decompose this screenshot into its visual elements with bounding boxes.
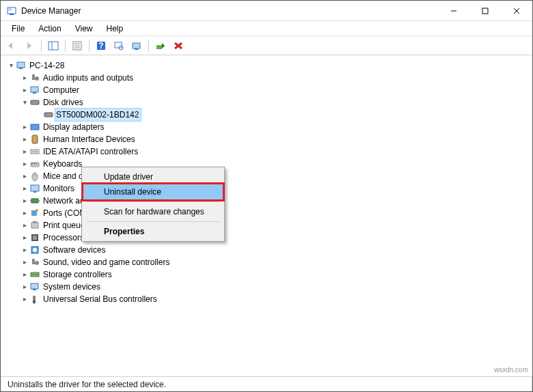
- svg-rect-24: [32, 74, 35, 80]
- tree-item[interactable]: ▸ Audio inputs and outputs: [20, 72, 530, 84]
- svg-rect-26: [31, 87, 38, 92]
- svg-rect-22: [17, 62, 25, 68]
- menu-action[interactable]: Action: [33, 23, 66, 35]
- context-menu: Update driver Uninstall device Scan for …: [81, 167, 225, 242]
- category-icon: [29, 281, 40, 292]
- expand-icon[interactable]: ▸: [20, 294, 29, 304]
- category-icon: [29, 269, 40, 280]
- uninstall-device-button[interactable]: [170, 38, 187, 53]
- toolbar: ?: [1, 36, 532, 55]
- menu-help[interactable]: Help: [101, 23, 129, 35]
- minimize-button[interactable]: [438, 1, 469, 21]
- ctx-scan-hardware[interactable]: Scan for hardware changes: [83, 204, 223, 219]
- expand-icon[interactable]: ▸: [20, 122, 29, 132]
- menu-file[interactable]: File: [6, 23, 30, 35]
- ctx-uninstall-device[interactable]: Uninstall device: [83, 184, 223, 199]
- tree-root[interactable]: ▾ PC-14-28: [6, 59, 530, 72]
- tree-item-label[interactable]: Computer: [42, 84, 81, 96]
- expand-icon[interactable]: ▸: [20, 233, 29, 242]
- tree-item-label[interactable]: Monitors: [42, 182, 76, 195]
- toolbar-separator: [148, 40, 149, 52]
- category-icon: [29, 134, 40, 145]
- expand-icon[interactable]: ▸: [20, 171, 29, 181]
- tree-item-label[interactable]: System devices: [42, 281, 102, 293]
- back-button[interactable]: [3, 38, 20, 53]
- expand-icon[interactable]: ▸: [20, 196, 29, 206]
- tree-child-item[interactable]: ▸ ST500DM002-1BD142: [33, 109, 530, 121]
- tree-item-label[interactable]: Processors: [42, 232, 85, 244]
- svg-rect-49: [31, 223, 38, 228]
- svg-rect-17: [133, 43, 140, 48]
- expand-icon[interactable]: ▸: [20, 85, 29, 95]
- tree-item[interactable]: ▸ IDE ATA/ATAPI controllers: [20, 145, 530, 158]
- properties-button[interactable]: [69, 38, 85, 53]
- tree-item-label[interactable]: IDE ATA/ATAPI controllers: [42, 145, 139, 158]
- svg-rect-4: [482, 8, 488, 14]
- device-tree[interactable]: ▾ PC-14-28 ▸ Audio inputs and outputs ▸ …: [1, 55, 532, 309]
- tree-item[interactable]: ▸ System devices: [20, 281, 530, 293]
- category-icon: [29, 171, 40, 182]
- tree-item-label[interactable]: Audio inputs and outputs: [42, 72, 135, 84]
- tree-item[interactable]: ▸ Computer: [20, 84, 530, 96]
- maximize-button[interactable]: [469, 1, 501, 21]
- update-driver-button[interactable]: [128, 38, 145, 53]
- disk-icon: [43, 109, 54, 120]
- svg-rect-46: [38, 200, 40, 201]
- expand-icon[interactable]: ▸: [20, 257, 29, 267]
- tree-item[interactable]: ▸ Human Interface Devices: [20, 133, 530, 145]
- expand-icon[interactable]: ▸: [20, 73, 29, 83]
- menubar: File Action View Help: [1, 21, 532, 36]
- menu-view[interactable]: View: [70, 23, 98, 35]
- tree-item-label[interactable]: Sound, video and game controllers: [42, 256, 171, 268]
- tree-item[interactable]: ▸ Display adapters: [20, 121, 530, 133]
- expand-icon[interactable]: ▸: [20, 147, 29, 156]
- titlebar: Device Manager: [1, 1, 532, 21]
- expand-icon[interactable]: ▸: [20, 282, 29, 292]
- tree-item[interactable]: ▸ Storage controllers: [20, 268, 530, 281]
- tree-child-label[interactable]: ST500DM002-1BD142: [55, 108, 141, 122]
- ctx-separator: [87, 221, 219, 222]
- svg-rect-44: [31, 199, 38, 203]
- window-controls: [438, 1, 532, 21]
- forward-button[interactable]: [21, 38, 38, 53]
- tree-item[interactable]: ▸ Sound, video and game controllers: [20, 256, 530, 268]
- tree-item-label[interactable]: Storage controllers: [42, 268, 113, 281]
- tree-item[interactable]: ▸ Universal Serial Bus controllers: [20, 293, 530, 305]
- svg-rect-61: [33, 296, 36, 300]
- tree-item-label[interactable]: Disk drives: [42, 96, 85, 109]
- tree-item[interactable]: ▸ Software devices: [20, 244, 530, 256]
- collapse-icon[interactable]: ▾: [6, 61, 16, 70]
- tree-item-label[interactable]: Universal Serial Bus controllers: [42, 293, 159, 305]
- expand-icon[interactable]: ▸: [20, 159, 29, 169]
- collapse-icon[interactable]: ▾: [20, 98, 29, 107]
- help-button[interactable]: ?: [93, 38, 109, 53]
- tree-item-label[interactable]: Keyboards: [42, 158, 83, 170]
- svg-rect-23: [19, 68, 23, 69]
- tree-item-label[interactable]: Software devices: [42, 244, 107, 256]
- ctx-update-driver[interactable]: Update driver: [83, 169, 223, 184]
- svg-point-25: [35, 76, 39, 81]
- close-button[interactable]: [501, 1, 532, 21]
- tree-item-label[interactable]: Display adapters: [42, 121, 105, 133]
- expand-icon[interactable]: ▸: [20, 135, 29, 144]
- svg-rect-37: [31, 163, 33, 165]
- svg-point-29: [32, 102, 33, 103]
- ctx-properties[interactable]: Properties: [83, 224, 223, 239]
- tree-item-label[interactable]: Human Interface Devices: [42, 133, 137, 145]
- expand-icon[interactable]: ▸: [20, 221, 29, 230]
- expand-icon[interactable]: ▸: [20, 184, 29, 193]
- enable-device-button[interactable]: [152, 38, 169, 53]
- root-label[interactable]: PC-14-28: [28, 59, 66, 72]
- expand-icon[interactable]: ▸: [20, 270, 29, 279]
- toolbar-separator: [89, 40, 90, 52]
- expand-icon[interactable]: ▸: [20, 245, 29, 255]
- category-icon: [29, 257, 40, 268]
- scan-hardware-button[interactable]: [111, 38, 127, 53]
- show-hide-tree-button[interactable]: [45, 38, 62, 53]
- tree-item[interactable]: ▾ Disk drives: [20, 96, 530, 109]
- category-icon: [29, 97, 40, 108]
- svg-rect-39: [36, 163, 37, 165]
- computer-icon: [16, 60, 27, 71]
- svg-rect-1: [10, 14, 14, 15]
- expand-icon[interactable]: ▸: [20, 208, 29, 218]
